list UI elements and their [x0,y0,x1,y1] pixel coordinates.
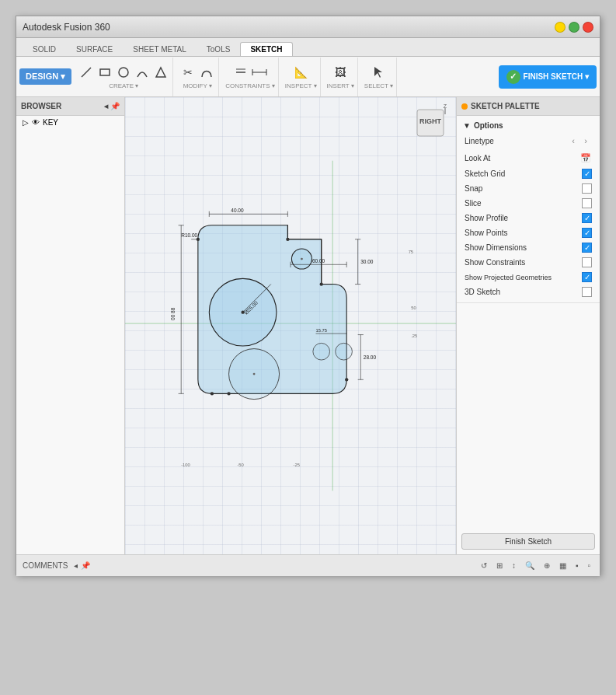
bottom-bar: COMMENTS ◂ 📌 ↺ ⊞ ↕ 🔍 ⊕ ▦ ▪ ▫ [16,554,600,576]
svg-text:60.00: 60.00 [312,258,325,264]
showconstraints-label: Show Constraints [465,258,582,267]
constraints-label: CONSTRAINTS ▾ [225,82,275,89]
toolbar-inspect-group: 📐 INSPECT ▾ [282,58,321,96]
svg-point-57 [211,392,214,395]
tab-sheet-metal[interactable]: SHEET METAL [123,42,197,56]
palette-sketchgrid-row: Sketch Grid ✓ [457,166,600,181]
palette-dot-icon [461,103,468,110]
display-mode-icon[interactable]: ▪ [572,560,582,571]
minimize-button[interactable] [555,22,566,33]
showconstraints-checkbox[interactable] [582,257,592,267]
insert-tool-icon[interactable]: 🖼 [332,64,349,81]
inspect-tool-icon[interactable]: 📐 [292,64,309,81]
linetype-next-button[interactable]: › [579,134,592,147]
svg-text:28.00: 28.00 [364,354,377,360]
palette-title: SKETCH PALETTE [471,102,540,110]
constraint-tool-icon[interactable] [232,64,249,81]
palette-showpoints-row: Show Points ✓ [457,225,600,240]
browser-item-key[interactable]: ▷ 👁 KEY [16,116,124,129]
zoom-tool-icon[interactable]: 🔍 [522,560,538,571]
showpoints-checkbox[interactable]: ✓ [582,228,592,238]
svg-point-59 [241,311,244,314]
toolbar-insert-group: 🖼 INSERT ▾ [324,58,358,96]
tab-solid[interactable]: SOLID [23,42,66,56]
circle-tool-icon[interactable] [115,64,132,81]
finish-sketch-check-icon: ✓ [506,70,520,84]
maximize-button[interactable] [569,22,579,33]
title-bar: Autodesk Fusion 360 [16,16,600,38]
zoom-fit-icon[interactable]: ↕ [509,560,519,571]
comments-pin-icon[interactable]: 📌 [81,561,90,570]
3dsketch-checkbox[interactable] [582,287,592,297]
palette-header: SKETCH PALETTE [457,97,600,116]
left-panel: BROWSER ◂ 📌 ▷ 👁 KEY [16,97,125,554]
svg-marker-9 [374,67,382,78]
modify-icons: ✂ [179,64,215,81]
svg-point-20 [313,343,330,360]
line-tool-icon[interactable] [78,64,95,81]
palette-options-section: ▼ Options Linetype ‹ › Look At 📅 Sketch … [457,116,600,303]
view-options-icon[interactable]: ▦ [556,560,569,571]
tab-surface[interactable]: SURFACE [66,42,123,56]
toolbar-constraints-group: CONSTRAINTS ▾ [222,58,279,96]
lookat-label: Look At [465,154,579,162]
svg-point-58 [227,392,230,395]
slice-label: Slice [465,199,582,208]
svg-point-21 [336,343,353,360]
tab-sketch[interactable]: SKETCH [240,42,292,56]
browser-panel-header: BROWSER ◂ 📌 [16,97,124,116]
svg-point-55 [320,282,323,285]
svg-text:00 88: 00 88 [170,307,176,320]
svg-rect-1 [100,69,110,75]
toolbar: DESIGN ▾ [16,57,600,97]
sketchgrid-label: Sketch Grid [465,169,582,178]
select-label: SELECT ▾ [364,82,393,89]
constraints-icons [232,64,268,81]
palette-slice-row: Slice [457,196,600,211]
select-tool-icon[interactable] [370,64,387,81]
comments-expand-icon[interactable]: ◂ [74,561,78,570]
snap-checkbox[interactable] [582,183,592,194]
browser-item-label: KEY [43,118,58,127]
sketchgrid-checkbox[interactable]: ✓ [582,169,592,179]
browser-label: BROWSER [21,102,61,110]
polygon-tool-icon[interactable] [152,64,169,81]
svg-line-0 [82,68,91,77]
finish-sketch-palette-button[interactable]: Finish Sketch [461,533,595,550]
app-window: Autodesk Fusion 360 SOLID SURFACE SHEET … [16,16,600,575]
arc-tool-icon[interactable] [134,64,151,81]
tab-tools[interactable]: ToOLS [197,42,241,56]
browser-pin-icon[interactable]: 📌 [110,102,120,110]
browser-header-controls: ◂ 📌 [104,102,120,110]
canvas-area[interactable]: Ø25.00 40.00 60.00 [125,97,456,554]
lookat-button[interactable]: 📅 [579,152,592,164]
finish-sketch-button[interactable]: ✓ FINISH SKETCH ▾ [499,65,597,89]
showprojected-checkbox[interactable]: ✓ [582,272,592,282]
toolbar-modify-group: ✂ MODIFY ▾ [176,58,219,96]
toolbar-select-group: SELECT ▾ [361,58,397,96]
orbit-tool-icon[interactable]: ↺ [478,560,490,571]
showprofile-label: Show Profile [465,214,582,222]
select-icons [370,64,387,81]
sketch-palette: SKETCH PALETTE ▼ Options Linetype ‹ › Lo… [456,97,600,554]
showdimensions-checkbox[interactable]: ✓ [582,243,592,253]
browser-collapse-icon[interactable]: ◂ [104,102,108,110]
rectangle-tool-icon[interactable] [96,64,113,81]
linetype-prev-button[interactable]: ‹ [567,134,579,147]
trim-tool-icon[interactable]: ✂ [179,64,197,81]
close-button[interactable] [583,22,593,33]
slice-checkbox[interactable] [582,198,592,208]
view-cube[interactable]: RIGHT Z [411,103,450,142]
zoom-in-icon[interactable]: ⊕ [541,560,553,571]
design-button[interactable]: DESIGN ▾ [19,68,71,85]
pan-tool-icon[interactable]: ⊞ [493,560,506,571]
render-mode-icon[interactable]: ▫ [584,560,593,571]
fillet-tool-icon[interactable] [198,64,215,81]
showpoints-label: Show Points [465,229,582,237]
options-expand-icon: ▼ [463,121,471,130]
svg-text:40.00: 40.00 [231,208,244,213]
dimension-tool-icon[interactable] [251,64,268,81]
inspect-icons: 📐 [292,64,309,81]
svg-marker-3 [156,68,165,77]
showprofile-checkbox[interactable]: ✓ [582,213,592,223]
